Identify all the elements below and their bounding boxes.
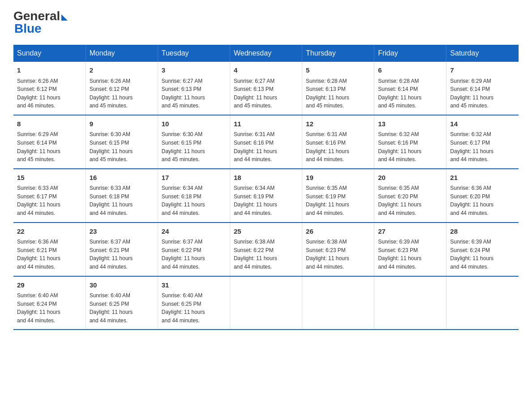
day-info: Sunrise: 6:35 AMSunset: 6:20 PMDaylight:…: [378, 184, 442, 217]
calendar-cell: 26Sunrise: 6:38 AMSunset: 6:23 PMDayligh…: [302, 223, 374, 276]
day-number: 24: [162, 227, 226, 237]
calendar-week-row: 29Sunrise: 6:40 AMSunset: 6:24 PMDayligh…: [13, 276, 519, 330]
day-number: 28: [450, 227, 515, 237]
calendar-header-row: SundayMondayTuesdayWednesdayThursdayFrid…: [13, 45, 519, 62]
day-info: Sunrise: 6:35 AMSunset: 6:19 PMDaylight:…: [306, 184, 370, 217]
day-info: Sunrise: 6:36 AMSunset: 6:20 PMDaylight:…: [450, 184, 515, 217]
calendar-cell: [302, 276, 374, 330]
day-number: 29: [17, 280, 82, 291]
day-number: 5: [306, 65, 370, 76]
column-header-tuesday: Tuesday: [158, 45, 230, 62]
calendar-table: SundayMondayTuesdayWednesdayThursdayFrid…: [13, 45, 519, 330]
day-info: Sunrise: 6:28 AMSunset: 6:14 PMDaylight:…: [378, 77, 442, 110]
day-info: Sunrise: 6:40 AMSunset: 6:25 PMDaylight:…: [162, 291, 226, 325]
calendar-cell: 12Sunrise: 6:31 AMSunset: 6:16 PMDayligh…: [302, 115, 374, 169]
calendar-cell: 9Sunrise: 6:30 AMSunset: 6:15 PMDaylight…: [86, 115, 158, 169]
column-header-sunday: Sunday: [13, 45, 86, 62]
day-number: 26: [306, 227, 370, 237]
day-info: Sunrise: 6:34 AMSunset: 6:19 PMDaylight:…: [234, 184, 298, 217]
day-number: 20: [378, 173, 442, 183]
day-number: 13: [378, 119, 442, 129]
day-info: Sunrise: 6:29 AMSunset: 6:14 PMDaylight:…: [450, 77, 515, 110]
column-header-friday: Friday: [374, 45, 446, 62]
calendar-cell: 24Sunrise: 6:37 AMSunset: 6:22 PMDayligh…: [158, 223, 230, 276]
calendar-cell: 3Sunrise: 6:27 AMSunset: 6:13 PMDaylight…: [158, 62, 230, 115]
day-number: 12: [306, 119, 370, 129]
calendar-cell: [446, 276, 519, 330]
day-info: Sunrise: 6:38 AMSunset: 6:22 PMDaylight:…: [234, 238, 298, 271]
day-number: 27: [378, 227, 442, 237]
calendar-cell: 22Sunrise: 6:36 AMSunset: 6:21 PMDayligh…: [13, 223, 86, 276]
day-info: Sunrise: 6:27 AMSunset: 6:13 PMDaylight:…: [234, 77, 298, 110]
calendar-cell: 10Sunrise: 6:30 AMSunset: 6:15 PMDayligh…: [158, 115, 230, 169]
calendar-cell: 28Sunrise: 6:39 AMSunset: 6:24 PMDayligh…: [446, 223, 519, 276]
day-number: 30: [90, 280, 154, 291]
logo-blue-text: Blue: [14, 21, 42, 36]
day-number: 7: [450, 65, 515, 76]
calendar-cell: 17Sunrise: 6:34 AMSunset: 6:18 PMDayligh…: [158, 169, 230, 223]
calendar-cell: 14Sunrise: 6:32 AMSunset: 6:17 PMDayligh…: [446, 115, 519, 169]
day-number: 9: [90, 119, 154, 129]
day-number: 4: [234, 65, 298, 76]
day-info: Sunrise: 6:33 AMSunset: 6:17 PMDaylight:…: [17, 184, 82, 217]
day-info: Sunrise: 6:33 AMSunset: 6:18 PMDaylight:…: [90, 184, 154, 217]
calendar-cell: [230, 276, 302, 330]
logo: General Blue: [13, 9, 68, 36]
calendar-week-row: 15Sunrise: 6:33 AMSunset: 6:17 PMDayligh…: [13, 169, 519, 223]
day-info: Sunrise: 6:28 AMSunset: 6:13 PMDaylight:…: [306, 77, 370, 110]
day-number: 18: [234, 173, 298, 183]
day-info: Sunrise: 6:39 AMSunset: 6:24 PMDaylight:…: [450, 238, 515, 271]
day-number: 6: [378, 65, 442, 76]
calendar-cell: 6Sunrise: 6:28 AMSunset: 6:14 PMDaylight…: [374, 62, 446, 115]
day-info: Sunrise: 6:30 AMSunset: 6:15 PMDaylight:…: [90, 130, 154, 163]
column-header-monday: Monday: [86, 45, 158, 62]
calendar-cell: 5Sunrise: 6:28 AMSunset: 6:13 PMDaylight…: [302, 62, 374, 115]
calendar-week-row: 8Sunrise: 6:29 AMSunset: 6:14 PMDaylight…: [13, 115, 519, 169]
calendar-cell: 4Sunrise: 6:27 AMSunset: 6:13 PMDaylight…: [230, 62, 302, 115]
calendar-cell: 2Sunrise: 6:26 AMSunset: 6:12 PMDaylight…: [86, 62, 158, 115]
day-info: Sunrise: 6:26 AMSunset: 6:12 PMDaylight:…: [17, 77, 82, 110]
calendar-cell: 1Sunrise: 6:26 AMSunset: 6:12 PMDaylight…: [13, 62, 86, 115]
day-number: 19: [306, 173, 370, 183]
day-number: 10: [162, 119, 226, 129]
calendar-cell: 16Sunrise: 6:33 AMSunset: 6:18 PMDayligh…: [86, 169, 158, 223]
day-number: 8: [17, 119, 82, 129]
day-number: 22: [17, 227, 82, 237]
day-number: 14: [450, 119, 515, 129]
day-info: Sunrise: 6:32 AMSunset: 6:17 PMDaylight:…: [450, 130, 515, 163]
day-number: 15: [17, 173, 82, 183]
calendar-week-row: 1Sunrise: 6:26 AMSunset: 6:12 PMDaylight…: [13, 62, 519, 115]
calendar-cell: 13Sunrise: 6:32 AMSunset: 6:16 PMDayligh…: [374, 115, 446, 169]
day-info: Sunrise: 6:26 AMSunset: 6:12 PMDaylight:…: [90, 77, 154, 110]
day-number: 23: [90, 227, 154, 237]
column-header-wednesday: Wednesday: [230, 45, 302, 62]
logo-arrow-icon: [61, 14, 68, 21]
day-info: Sunrise: 6:38 AMSunset: 6:23 PMDaylight:…: [306, 238, 370, 271]
day-info: Sunrise: 6:37 AMSunset: 6:21 PMDaylight:…: [90, 238, 154, 271]
day-info: Sunrise: 6:40 AMSunset: 6:24 PMDaylight:…: [17, 291, 82, 325]
day-number: 11: [234, 119, 298, 129]
calendar-cell: 29Sunrise: 6:40 AMSunset: 6:24 PMDayligh…: [13, 276, 86, 330]
calendar-cell: 19Sunrise: 6:35 AMSunset: 6:19 PMDayligh…: [302, 169, 374, 223]
day-info: Sunrise: 6:31 AMSunset: 6:16 PMDaylight:…: [306, 130, 370, 163]
calendar-cell: 30Sunrise: 6:40 AMSunset: 6:25 PMDayligh…: [86, 276, 158, 330]
calendar-cell: 27Sunrise: 6:39 AMSunset: 6:23 PMDayligh…: [374, 223, 446, 276]
day-number: 1: [17, 65, 82, 76]
day-info: Sunrise: 6:30 AMSunset: 6:15 PMDaylight:…: [162, 130, 226, 163]
day-info: Sunrise: 6:40 AMSunset: 6:25 PMDaylight:…: [90, 291, 154, 325]
day-number: 25: [234, 227, 298, 237]
day-info: Sunrise: 6:34 AMSunset: 6:18 PMDaylight:…: [162, 184, 226, 217]
day-number: 3: [162, 65, 226, 76]
day-info: Sunrise: 6:36 AMSunset: 6:21 PMDaylight:…: [17, 238, 82, 271]
calendar-cell: 15Sunrise: 6:33 AMSunset: 6:17 PMDayligh…: [13, 169, 86, 223]
day-info: Sunrise: 6:37 AMSunset: 6:22 PMDaylight:…: [162, 238, 226, 271]
calendar-cell: [374, 276, 446, 330]
day-info: Sunrise: 6:39 AMSunset: 6:23 PMDaylight:…: [378, 238, 442, 271]
day-number: 21: [450, 173, 515, 183]
day-number: 31: [162, 280, 226, 291]
column-header-saturday: Saturday: [446, 45, 519, 62]
calendar-cell: 21Sunrise: 6:36 AMSunset: 6:20 PMDayligh…: [446, 169, 519, 223]
calendar-cell: 18Sunrise: 6:34 AMSunset: 6:19 PMDayligh…: [230, 169, 302, 223]
calendar-cell: 31Sunrise: 6:40 AMSunset: 6:25 PMDayligh…: [158, 276, 230, 330]
day-number: 17: [162, 173, 226, 183]
